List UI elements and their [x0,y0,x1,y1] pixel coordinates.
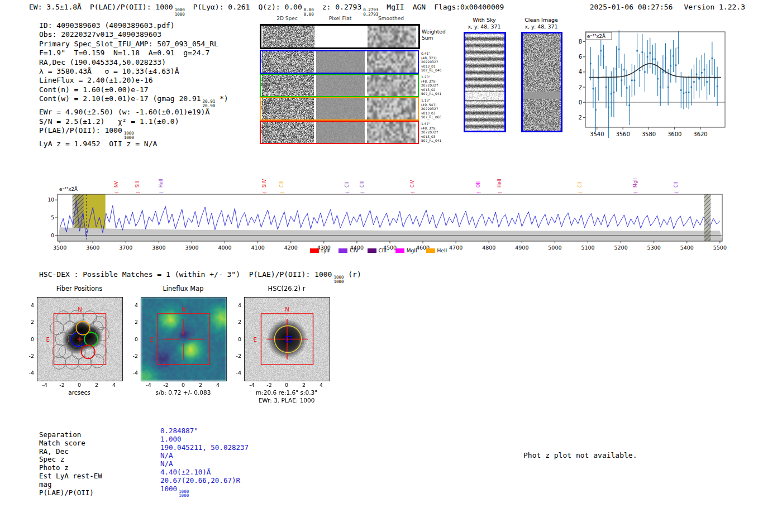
x-tick-label: -2 [59,382,64,388]
match-value: 0.284887" [160,427,249,435]
data-point [618,49,620,50]
y-tick-label: -4 [127,370,138,376]
x-tick-label: 5000 [548,245,561,251]
spectral-line-marker-brace: { [263,191,267,194]
hsc-caption-ewr: EWr: 3. PLAE: 1000 [225,397,348,404]
compass-east-label: E [150,337,153,343]
data-point [621,80,623,82]
fraction: 0.000.00 [304,8,314,16]
data-point [660,87,661,88]
data-point [667,87,669,88]
pixel-flat-image [316,122,365,143]
full-spectrum-plot: 3500360037003800390040004100420043004400… [45,162,729,258]
error-band [58,227,722,241]
y-tick-label: 0 [23,336,34,342]
x-tick-label: 3580 [642,131,656,137]
x-tick-label: 5100 [581,245,594,251]
compass-east-label: E [253,337,256,343]
y-tick-label: -2 [127,352,138,358]
x-tick-label: 4900 [515,245,528,251]
spectral-line-marker-brace: { [136,191,140,194]
fiber-positions-title: Fiber Positions [37,285,122,293]
y-tick-label: 2 [127,319,138,325]
x-tick-label: 4100 [251,245,265,251]
spectral-line-marker-label: CII [674,182,679,188]
x-tick-label: 4 [216,382,220,388]
spectral-line-marker-brace: { [498,191,502,194]
spectral-line-marker-brace: { [476,191,481,194]
spectral-line-marker-label: NV [114,181,119,188]
fiber-positions-image-area: NE [37,297,123,381]
info-id: ID: 4090389603 (4090389603.pdf) [39,21,228,30]
info-ewr: EWr = 4.90(±2.50) (w: -1.60(±0.01)e19)Å [39,108,228,117]
info-seeing: F=1.9" T=0.159 N=1.18 A=0.91 g=24.7 [39,49,228,57]
x-tick-label: 4700 [449,245,462,251]
header-plae: P(LAE)/P(OII): 100010001000 [90,3,185,11]
data-point [693,81,695,83]
spectral-line-marker-label: CII [578,182,583,188]
fiber-weight-labels: 0.271.78297 [260,54,270,69]
data-point [696,74,698,75]
spec2d-col-header: 2D Spec [276,16,297,21]
match-value: N/A [160,452,249,460]
smoothed-image [367,75,416,96]
with-sky-title: With Sky [462,17,506,23]
x-tick-label: 3540 [590,131,604,137]
match-label: Spec z [39,456,102,464]
spectral-line-marker-brace: { [360,191,365,194]
spectral-line-marker-label: SiII [135,181,140,188]
match-label: Photo z [39,464,102,472]
data-point [717,85,718,87]
smoothed-image [367,51,416,73]
header-z: z: 0.27930.27930.2793 [322,3,379,11]
center-cross [77,337,82,342]
pixel-flat-image [317,26,365,47]
y-tick-label: 4 [230,301,241,308]
spec2d-row: 0.151.66296 1.20"(48, 379)20220327v013_0… [260,74,419,97]
spectral-line-marker-brace: { [578,191,583,194]
report-timestamp: 2025-01-06 08:27:56 [590,3,673,11]
data-point [712,57,713,59]
spec2d-col-header: Pixel Flat [329,16,351,21]
phot-z-note: Phot z plot not available. [523,451,637,459]
data-point [675,64,677,66]
x-tick-label: 3800 [152,245,165,251]
info-radec: RA,Dec (190.045334,50.028233) [39,58,228,67]
y-tick-label: 4 [579,69,582,75]
match-label: P(LAE)/P(OII) [39,489,102,497]
hsc-r-image-area: NE [244,297,330,381]
clean-image-panel: Clean Image x, y: 48, 371 [519,17,563,132]
info-plae: P(LAE)/P(OII): 100010001000 [39,126,228,140]
legend-swatch [368,248,376,253]
y-tick-label: 10 [48,197,55,203]
lineflux-overlay: NE [141,298,226,381]
lineflux-map-title: Lineflux Map [141,285,226,293]
spectral-line-marker-label: CII [345,182,350,188]
data-point [593,88,594,89]
y-tick-label: 2 [579,84,582,90]
compass-north-label: N [182,306,185,313]
header-summary-line: EW: 3.5±1.8ÅP(LAE)/P(OII): 100010001000P… [29,3,512,16]
match-value: 100010001000 [160,485,249,498]
fiber-id-labels: 1.20"(48, 379)20220327v013_02507_RL_041 [421,75,452,96]
fraction: 20.9120.90 [203,99,216,108]
legend-swatch [395,248,404,253]
x-tick-label: -4 [146,382,151,388]
y-tick-label: 6 [579,54,582,60]
spectral-line-marker-label: HeII [159,179,164,188]
data-point [704,69,705,71]
info-lya-z: LyA z = 1.9452 OII z = N/A [39,140,228,148]
x-tick-label: 3560 [616,131,630,137]
data-point [655,59,656,60]
data-point [670,65,671,67]
fraction: 10001000 [179,490,189,498]
match-value: 1.000 [160,435,249,444]
spectrum-legend: LyαCIVCIIIMgIIHeII [310,248,447,253]
data-point [678,47,679,49]
y-tick-label: 5 [51,215,54,221]
y-tick-label: -4 [230,370,241,376]
data-point [647,56,649,57]
line-fit-plot: 35403560358036003620-202468e⁻¹⁷x2Å [578,27,729,141]
match-value: 190.045211, 50.028237 [160,444,249,452]
match-label: RA, Dec [39,448,102,456]
